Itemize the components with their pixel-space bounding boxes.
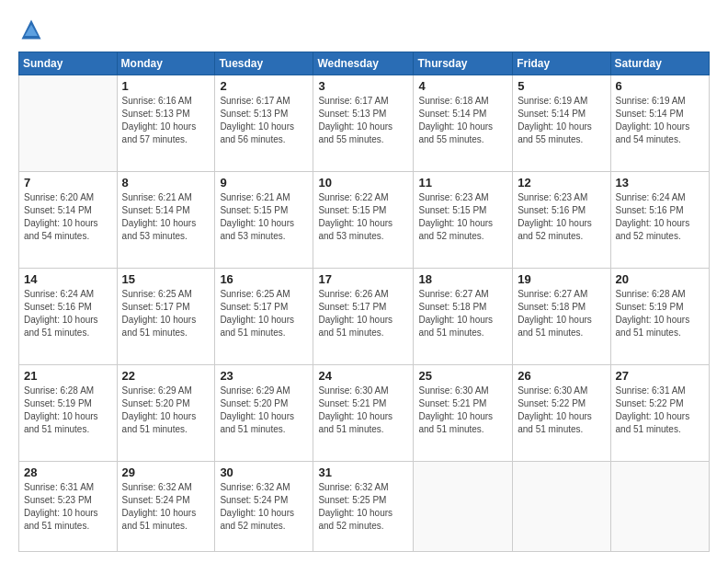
calendar-cell: 20Sunrise: 6:28 AM Sunset: 5:19 PM Dayli… <box>610 269 709 365</box>
day-info: Sunrise: 6:22 AM Sunset: 5:15 PM Dayligh… <box>318 191 408 243</box>
day-info: Sunrise: 6:29 AM Sunset: 5:20 PM Dayligh… <box>122 385 210 436</box>
calendar-cell: 22Sunrise: 6:29 AM Sunset: 5:20 PM Dayli… <box>117 365 215 462</box>
day-info: Sunrise: 6:24 AM Sunset: 5:16 PM Dayligh… <box>616 191 704 243</box>
day-number: 26 <box>518 369 605 383</box>
day-number: 24 <box>318 369 408 383</box>
calendar-cell: 4Sunrise: 6:18 AM Sunset: 5:14 PM Daylig… <box>414 75 513 172</box>
day-number: 16 <box>220 272 308 286</box>
calendar-cell: 23Sunrise: 6:29 AM Sunset: 5:20 PM Dayli… <box>215 365 313 462</box>
day-of-week-header: Friday <box>513 52 610 75</box>
calendar-week-row: 14Sunrise: 6:24 AM Sunset: 5:16 PM Dayli… <box>19 269 710 365</box>
calendar-cell: 26Sunrise: 6:30 AM Sunset: 5:22 PM Dayli… <box>513 365 610 462</box>
day-number: 11 <box>418 176 507 190</box>
calendar-cell: 24Sunrise: 6:30 AM Sunset: 5:21 PM Dayli… <box>313 365 414 462</box>
day-number: 31 <box>318 465 408 479</box>
calendar-cell: 21Sunrise: 6:28 AM Sunset: 5:19 PM Dayli… <box>19 365 118 462</box>
day-info: Sunrise: 6:30 AM Sunset: 5:21 PM Dayligh… <box>318 385 408 436</box>
calendar-cell: 1Sunrise: 6:16 AM Sunset: 5:13 PM Daylig… <box>117 75 215 172</box>
calendar-table: SundayMondayTuesdayWednesdayThursdayFrid… <box>18 52 710 552</box>
day-number: 3 <box>318 79 408 93</box>
calendar-cell: 14Sunrise: 6:24 AM Sunset: 5:16 PM Dayli… <box>19 269 118 365</box>
calendar-cell: 30Sunrise: 6:32 AM Sunset: 5:24 PM Dayli… <box>215 462 313 552</box>
day-info: Sunrise: 6:31 AM Sunset: 5:23 PM Dayligh… <box>24 481 112 533</box>
day-of-week-header: Wednesday <box>313 52 414 75</box>
day-number: 29 <box>122 465 210 479</box>
day-number: 23 <box>220 369 308 383</box>
day-info: Sunrise: 6:19 AM Sunset: 5:14 PM Dayligh… <box>518 95 605 146</box>
day-info: Sunrise: 6:30 AM Sunset: 5:21 PM Dayligh… <box>418 385 507 436</box>
calendar-cell: 9Sunrise: 6:21 AM Sunset: 5:15 PM Daylig… <box>215 172 313 269</box>
calendar-cell: 18Sunrise: 6:27 AM Sunset: 5:18 PM Dayli… <box>414 269 513 365</box>
day-number: 15 <box>122 272 210 286</box>
day-info: Sunrise: 6:17 AM Sunset: 5:13 PM Dayligh… <box>318 95 408 146</box>
day-info: Sunrise: 6:32 AM Sunset: 5:25 PM Dayligh… <box>318 481 408 533</box>
page: SundayMondayTuesdayWednesdayThursdayFrid… <box>0 0 728 563</box>
logo <box>18 17 48 42</box>
calendar-cell <box>610 462 709 552</box>
calendar-cell: 6Sunrise: 6:19 AM Sunset: 5:14 PM Daylig… <box>610 75 709 172</box>
day-info: Sunrise: 6:19 AM Sunset: 5:14 PM Dayligh… <box>616 95 704 146</box>
day-info: Sunrise: 6:21 AM Sunset: 5:15 PM Dayligh… <box>220 191 308 243</box>
day-number: 17 <box>318 272 408 286</box>
calendar-cell: 7Sunrise: 6:20 AM Sunset: 5:14 PM Daylig… <box>19 172 118 269</box>
calendar-cell: 8Sunrise: 6:21 AM Sunset: 5:14 PM Daylig… <box>117 172 215 269</box>
day-number: 5 <box>518 79 605 93</box>
day-info: Sunrise: 6:26 AM Sunset: 5:17 PM Dayligh… <box>318 288 408 339</box>
day-number: 13 <box>616 176 704 190</box>
calendar-cell <box>414 462 513 552</box>
calendar-cell: 19Sunrise: 6:27 AM Sunset: 5:18 PM Dayli… <box>513 269 610 365</box>
calendar-cell: 5Sunrise: 6:19 AM Sunset: 5:14 PM Daylig… <box>513 75 610 172</box>
day-of-week-header: Tuesday <box>215 52 313 75</box>
day-info: Sunrise: 6:29 AM Sunset: 5:20 PM Dayligh… <box>220 385 308 436</box>
day-number: 19 <box>518 272 605 286</box>
calendar-cell <box>19 75 118 172</box>
day-info: Sunrise: 6:25 AM Sunset: 5:17 PM Dayligh… <box>220 288 308 339</box>
calendar-cell: 28Sunrise: 6:31 AM Sunset: 5:23 PM Dayli… <box>19 462 118 552</box>
day-info: Sunrise: 6:25 AM Sunset: 5:17 PM Dayligh… <box>122 288 210 339</box>
calendar-cell: 10Sunrise: 6:22 AM Sunset: 5:15 PM Dayli… <box>313 172 414 269</box>
day-number: 1 <box>122 79 210 93</box>
day-number: 7 <box>24 176 112 190</box>
day-of-week-header: Sunday <box>19 52 118 75</box>
day-of-week-header: Saturday <box>610 52 709 75</box>
calendar-cell: 13Sunrise: 6:24 AM Sunset: 5:16 PM Dayli… <box>610 172 709 269</box>
calendar-cell <box>513 462 610 552</box>
calendar-cell: 31Sunrise: 6:32 AM Sunset: 5:25 PM Dayli… <box>313 462 414 552</box>
day-info: Sunrise: 6:28 AM Sunset: 5:19 PM Dayligh… <box>616 288 704 339</box>
day-number: 25 <box>418 369 507 383</box>
day-info: Sunrise: 6:31 AM Sunset: 5:22 PM Dayligh… <box>616 385 704 436</box>
day-info: Sunrise: 6:32 AM Sunset: 5:24 PM Dayligh… <box>122 481 210 533</box>
header <box>18 17 710 42</box>
day-info: Sunrise: 6:27 AM Sunset: 5:18 PM Dayligh… <box>418 288 507 339</box>
logo-icon <box>18 17 44 42</box>
day-info: Sunrise: 6:23 AM Sunset: 5:15 PM Dayligh… <box>418 191 507 243</box>
calendar-cell: 16Sunrise: 6:25 AM Sunset: 5:17 PM Dayli… <box>215 269 313 365</box>
day-number: 12 <box>518 176 605 190</box>
day-info: Sunrise: 6:27 AM Sunset: 5:18 PM Dayligh… <box>518 288 605 339</box>
calendar-cell: 27Sunrise: 6:31 AM Sunset: 5:22 PM Dayli… <box>610 365 709 462</box>
day-info: Sunrise: 6:16 AM Sunset: 5:13 PM Dayligh… <box>122 95 210 146</box>
day-info: Sunrise: 6:32 AM Sunset: 5:24 PM Dayligh… <box>220 481 308 533</box>
day-number: 6 <box>616 79 704 93</box>
day-number: 10 <box>318 176 408 190</box>
calendar-cell: 12Sunrise: 6:23 AM Sunset: 5:16 PM Dayli… <box>513 172 610 269</box>
calendar-header-row: SundayMondayTuesdayWednesdayThursdayFrid… <box>19 52 710 75</box>
calendar-cell: 25Sunrise: 6:30 AM Sunset: 5:21 PM Dayli… <box>414 365 513 462</box>
day-number: 30 <box>220 465 308 479</box>
day-number: 9 <box>220 176 308 190</box>
calendar-week-row: 1Sunrise: 6:16 AM Sunset: 5:13 PM Daylig… <box>19 75 710 172</box>
day-number: 14 <box>24 272 112 286</box>
calendar-week-row: 21Sunrise: 6:28 AM Sunset: 5:19 PM Dayli… <box>19 365 710 462</box>
day-number: 28 <box>24 465 112 479</box>
day-of-week-header: Thursday <box>414 52 513 75</box>
calendar-cell: 29Sunrise: 6:32 AM Sunset: 5:24 PM Dayli… <box>117 462 215 552</box>
day-info: Sunrise: 6:20 AM Sunset: 5:14 PM Dayligh… <box>24 191 112 243</box>
day-info: Sunrise: 6:28 AM Sunset: 5:19 PM Dayligh… <box>24 385 112 436</box>
calendar-cell: 17Sunrise: 6:26 AM Sunset: 5:17 PM Dayli… <box>313 269 414 365</box>
day-info: Sunrise: 6:18 AM Sunset: 5:14 PM Dayligh… <box>418 95 507 146</box>
day-info: Sunrise: 6:23 AM Sunset: 5:16 PM Dayligh… <box>518 191 605 243</box>
day-number: 21 <box>24 369 112 383</box>
day-number: 4 <box>418 79 507 93</box>
day-number: 8 <box>122 176 210 190</box>
day-info: Sunrise: 6:24 AM Sunset: 5:16 PM Dayligh… <box>24 288 112 339</box>
